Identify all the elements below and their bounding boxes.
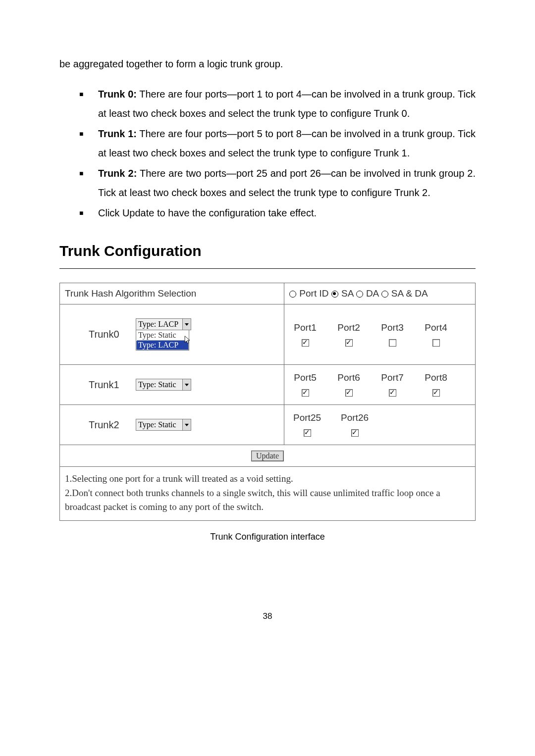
bullet-list: Trunk 0: There are four ports—port 1 to …: [59, 85, 476, 223]
radio-da-label: DA: [366, 288, 378, 299]
trunk0-port2-label: Port2: [333, 322, 365, 333]
trunk1-port6-checkbox[interactable]: [345, 389, 353, 397]
bullet-trunk2-label: Trunk 2:: [98, 168, 137, 179]
trunk1-type-select[interactable]: Type: Static: [136, 379, 191, 391]
page-number: 38: [59, 611, 476, 621]
trunk0-name: Trunk0: [89, 329, 136, 340]
update-button[interactable]: Update: [251, 451, 284, 461]
bullet-trunk2-text: There are two ports—port 25 and port 26—…: [98, 168, 476, 198]
bullet-trunk1-text: There are four ports—port 5 to port 8—ca…: [98, 128, 476, 158]
chevron-down-icon[interactable]: [182, 419, 191, 430]
intro-text: be aggregated together to form a logic t…: [59, 54, 476, 74]
trunk1-port7-label: Port7: [376, 372, 408, 383]
trunk-config-table: Trunk Hash Algorithm Selection Port ID S…: [59, 283, 476, 521]
trunk2-port25-checkbox[interactable]: [304, 429, 311, 437]
radio-sa-label: SA: [341, 288, 353, 299]
trunk0-port2-checkbox[interactable]: [345, 339, 353, 347]
bullet-update: Click Update to have the configuration t…: [79, 203, 476, 223]
hash-radios-cell: Port ID SA DA SA & DA: [284, 283, 476, 304]
bullet-trunk1: Trunk 1: There are four ports—port 5 to …: [79, 124, 476, 163]
radio-portid-label: Port ID: [299, 288, 328, 299]
trunk0-port1-label: Port1: [289, 322, 321, 333]
trunk2-type-select[interactable]: Type: Static: [136, 419, 191, 431]
section-divider: [59, 268, 476, 269]
trunk1-name: Trunk1: [89, 379, 136, 391]
note-1: 1.Selecting one port for a trunk will tr…: [65, 472, 470, 486]
bullet-trunk0-label: Trunk 0:: [98, 89, 137, 100]
bullet-update-text: Click Update to have the configuration t…: [98, 207, 317, 218]
trunk0-port1-checkbox[interactable]: [302, 339, 309, 347]
radio-sada-label: SA & DA: [391, 288, 428, 299]
trunk0-type-select-value: Type: LACP: [138, 320, 178, 328]
trunk0-port4-checkbox[interactable]: [432, 339, 440, 347]
notes-cell: 1.Selecting one port for a trunk will tr…: [60, 467, 476, 521]
trunk0-port4-label: Port4: [420, 322, 452, 333]
radio-da[interactable]: [356, 291, 363, 298]
bullet-trunk0: Trunk 0: There are four ports—port 1 to …: [79, 85, 476, 123]
radio-sada[interactable]: [381, 291, 388, 298]
trunk0-type-select[interactable]: Type: LACP: [136, 318, 191, 330]
trunk0-option-lacp[interactable]: Type: LACP: [136, 340, 189, 350]
radio-sa[interactable]: [331, 291, 338, 298]
bullet-trunk1-label: Trunk 1:: [98, 128, 137, 139]
trunk1-type-select-value: Type: Static: [138, 380, 176, 389]
trunk1-port8-label: Port8: [420, 372, 452, 383]
trunk2-port25-label: Port25: [289, 412, 325, 423]
trunk0-port3-label: Port3: [376, 322, 408, 333]
radio-portid[interactable]: [289, 291, 296, 298]
bullet-trunk0-text: There are four ports—port 1 to port 4—ca…: [98, 89, 476, 119]
trunk2-port26-checkbox[interactable]: [351, 429, 359, 437]
chevron-down-icon[interactable]: [182, 319, 191, 330]
trunk1-port6-label: Port6: [333, 372, 365, 383]
figure-caption: Trunk Configuration interface: [59, 532, 476, 542]
trunk0-option-static[interactable]: Type: Static: [136, 330, 189, 340]
trunk2-port26-label: Port26: [337, 412, 373, 423]
chevron-down-icon[interactable]: [182, 379, 191, 390]
trunk1-port8-checkbox[interactable]: [432, 389, 440, 397]
trunk2-name: Trunk2: [89, 419, 136, 431]
trunk0-type-dropdown[interactable]: Type: Static Type: LACP: [136, 330, 189, 351]
trunk2-type-select-value: Type: Static: [138, 420, 176, 429]
trunk0-port3-checkbox[interactable]: [389, 339, 396, 347]
section-title: Trunk Configuration: [59, 243, 476, 259]
trunk1-port7-checkbox[interactable]: [389, 389, 396, 397]
hash-label: Trunk Hash Algorithm Selection: [60, 283, 284, 304]
trunk1-port5-label: Port5: [289, 372, 321, 383]
trunk1-port5-checkbox[interactable]: [302, 389, 309, 397]
note-2: 2.Don't connect both trunks channels to …: [65, 486, 470, 514]
bullet-trunk2: Trunk 2: There are two ports—port 25 and…: [79, 164, 476, 202]
